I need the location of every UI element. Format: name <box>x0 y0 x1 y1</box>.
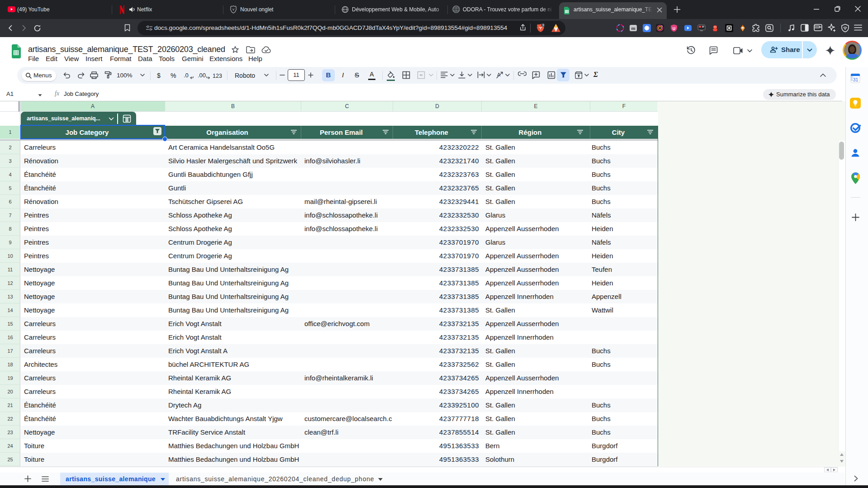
svg-text:3: 3 <box>542 23 544 27</box>
svg-text:U: U <box>673 26 676 31</box>
svg-text:m: m <box>631 25 635 31</box>
svg-text:31: 31 <box>853 77 859 82</box>
